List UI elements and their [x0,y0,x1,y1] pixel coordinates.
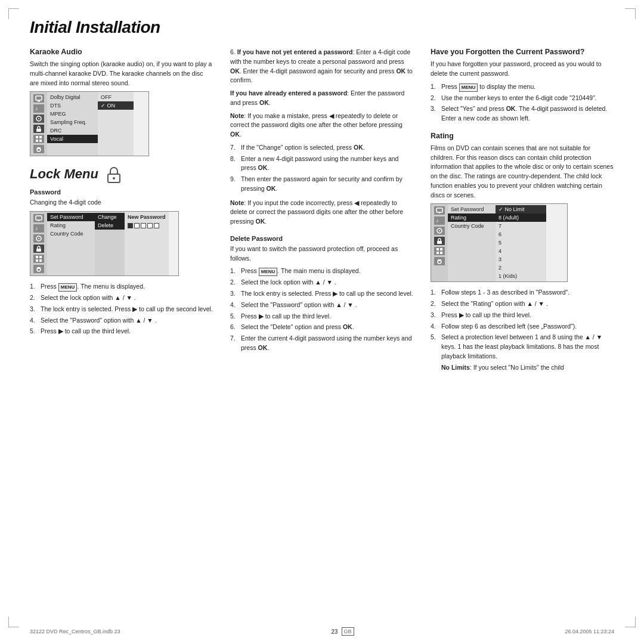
karaoke-section: Karaoke Audio Switch the singing option … [30,48,213,156]
password-entry-section: 6. If you have not yet entered a passwor… [230,48,414,227]
svg-rect-21 [36,256,38,258]
svg-rect-7 [36,136,38,138]
step-1: 1. Press MENU. The menu is displayed. [30,282,213,292]
svg-text:♪: ♪ [436,218,439,224]
tv-icon [33,94,44,103]
karaoke-body: Switch the singing option (karaoke audio… [30,60,213,88]
svg-rect-22 [39,256,42,258]
menu-vocal: Vocal [47,135,98,143]
forgotten-steps-list: 1. Press MENU to display the menu. 2. Us… [431,82,614,123]
svg-rect-24 [39,259,42,262]
footer: 32122 DVD Rec_Centros_GB.indb 23 23 GB 2… [0,627,644,636]
menu-mpeg: MPEG [47,110,98,118]
karaoke-menu-col2: OFF ✓ ON [98,92,134,156]
svg-text:♪: ♪ [35,106,38,112]
svg-rect-38 [438,259,441,261]
password-squares [128,223,159,228]
lock-decorative-icon [104,165,123,184]
pw-menu-icons: ♪ [30,212,47,275]
pw-disc-icon [33,234,44,243]
svg-rect-0 [36,96,42,100]
pw-menu-col2: Change Delete [95,212,125,275]
password-title: Password [30,188,213,196]
pw-menu-body: Set Password Rating Country Code Change … [47,212,178,275]
step-7: 7. If the "Change" option is selected, p… [230,143,414,153]
step-3: 3. The lock entry is selected. Press ▶ t… [30,305,213,314]
svg-rect-36 [440,252,442,254]
rating-menu-body: Set Password Rating Country Code ✓ No Li… [448,204,567,281]
pw-camera-icon [33,265,44,273]
pw-music-icon: ♪ [33,224,44,233]
menu-off: OFF [98,93,134,101]
rat-step-4: 4. Follow step 6 as described left (see … [431,322,614,332]
footer-file: 32122 DVD Rec_Centros_GB.indb 23 [30,628,120,634]
forgotten-title: Have you Forgotten the Current Password? [431,48,614,56]
lock-menu-title-row: Lock Menu [30,165,213,184]
corner-mark-tl [8,8,19,19]
column-2: 6. If you have not yet entered a passwor… [230,48,414,377]
svg-rect-9 [36,140,38,142]
svg-rect-34 [440,248,442,250]
rating-body: Films on DVD can contain scenes that are… [431,144,614,200]
pw-new-password-label: New Password [125,213,169,221]
svg-text:♪: ♪ [35,225,38,231]
pw-grid-icon [33,255,44,263]
sq1 [128,223,133,228]
svg-rect-27 [436,208,442,212]
svg-rect-15 [36,216,42,220]
rat-country: Country Code [448,222,496,230]
del-step-3: 3. The lock entry is selected. Press ▶ t… [230,289,414,299]
page-number: 23 [331,628,338,635]
rating-steps-list: 1. Follow steps 1 - 3 as described in "P… [431,288,614,372]
corner-mark-tr [625,8,636,19]
rat-3: 3 [496,255,546,264]
svg-rect-8 [39,136,42,138]
svg-rect-12 [37,147,41,149]
step-2: 2. Select the lock option with ▲ / ▼ . [30,293,213,303]
menu-dts: DTS [47,101,98,110]
rating-menu-icons: ♪ [431,204,448,281]
gb-badge: GB [342,627,354,636]
karaoke-menu-body: Dolby Digital DTS MPEG Sampling Freq. DR… [47,92,148,156]
footer-date: 26.04.2005 11:23:24 [565,628,614,634]
svg-rect-23 [36,259,38,262]
menu-sampling: Sampling Freq. [47,118,98,126]
column-1: Karaoke Audio Switch the singing option … [30,48,213,377]
svg-rect-35 [436,252,439,254]
delete-password-section: Delete Password If you want to switch th… [230,235,414,353]
rat-4: 4 [496,247,546,255]
step6-num: 6. If you have not yet entered a passwor… [230,48,414,85]
pw-menu-col3: New Password [125,212,169,275]
step-9: 9. Then enter the password again for sec… [230,175,414,194]
rat-no-limit: ✓ No Limit [496,205,546,213]
menu-icons: ♪ [30,92,47,156]
svg-rect-6 [36,129,41,132]
svg-rect-10 [39,140,42,142]
note-2: Note: If you input the code incorrectly,… [230,199,414,227]
rating-menu-mockup: ♪ [431,203,568,282]
menu-key-1: MENU [58,283,78,292]
footer-page-info: 23 GB [331,627,354,636]
rating-title: Rating [431,132,614,140]
pw-rating: Rating [47,221,95,230]
sq4 [147,223,153,228]
del-step-4: 4. Select the "Password" option with ▲ /… [230,301,414,310]
pw-delete: Delete [95,221,125,230]
rat-lock-icon [434,237,445,245]
col2-upper-steps: 7. If the "Change" option is selected, p… [230,143,414,194]
forgotten-section: Have you Forgotten the Current Password?… [431,48,614,123]
rating-section: Rating Films on DVD can contain scenes t… [431,132,614,373]
pw-squares [125,221,169,230]
col1-steps-list: 1. Press MENU. The menu is displayed. 2.… [30,282,213,336]
lock-menu-section: Lock Menu Password Changing the 4-digit … [30,165,213,336]
svg-rect-20 [36,249,41,252]
delete-steps-list: 1. Press MENU. The main menu is displaye… [230,267,414,352]
rat-step-no-limits: No Limits: If you select "No Limits" the… [431,363,614,373]
svg-point-14 [113,177,115,179]
rat-camera-icon [434,257,445,265]
forgotten-body: If you have forgotten your password, pro… [431,60,614,79]
page-title: Initial Installation [30,18,614,37]
svg-rect-32 [437,241,442,244]
pw-menu-col1: Set Password Rating Country Code [47,212,95,275]
menu-on: ✓ ON [98,101,134,110]
